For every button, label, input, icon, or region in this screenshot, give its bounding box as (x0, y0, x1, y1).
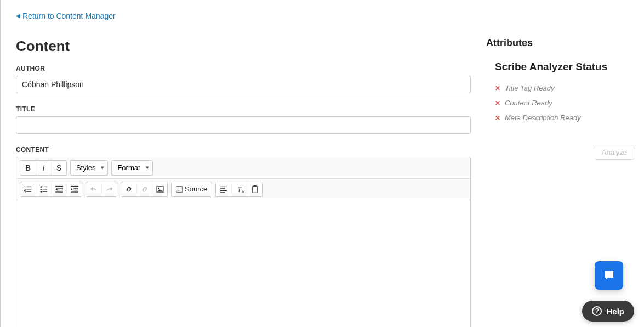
svg-rect-15 (58, 188, 63, 188)
svg-point-6 (40, 186, 42, 188)
page-title: Content (16, 38, 471, 55)
bold-button[interactable]: B (20, 161, 36, 175)
svg-marker-14 (55, 188, 58, 190)
indent-button[interactable] (66, 182, 82, 196)
redo-button[interactable] (101, 182, 117, 196)
svg-point-8 (40, 188, 42, 190)
image-button[interactable] (152, 182, 167, 196)
link-button[interactable] (121, 182, 136, 196)
svg-rect-9 (42, 189, 47, 189)
redo-icon (106, 185, 113, 193)
status-item: ✕ Content Ready (495, 99, 634, 107)
svg-rect-18 (71, 185, 78, 186)
svg-point-24 (158, 187, 159, 189)
clipboard-icon (251, 185, 259, 193)
attributes-heading: Attributes (486, 37, 634, 49)
chat-fab[interactable] (595, 261, 623, 290)
indent-icon (71, 185, 78, 193)
svg-text:3: 3 (24, 190, 26, 193)
format-select[interactable]: Format (111, 160, 152, 176)
svg-rect-30 (220, 186, 227, 187)
rich-text-editor: B I S Styles Format 123 (16, 157, 471, 328)
ordered-list-icon: 123 (24, 185, 32, 193)
status-item: ✕ Title Tag Ready (495, 84, 634, 92)
unlink-button[interactable] (136, 182, 152, 196)
outdent-icon (55, 185, 63, 193)
toolbar-row-2: 123 (16, 179, 470, 200)
svg-rect-1 (26, 186, 31, 187)
svg-rect-12 (55, 185, 63, 186)
undo-icon (90, 185, 98, 193)
help-button[interactable]: ? Help (582, 301, 634, 322)
back-triangle-icon: ◀ (16, 13, 20, 19)
svg-rect-28 (177, 189, 180, 189)
svg-rect-16 (58, 189, 63, 190)
title-label: TITLE (16, 105, 471, 113)
x-icon: ✕ (495, 99, 500, 107)
svg-rect-21 (73, 189, 78, 190)
strikethrough-button[interactable]: S (51, 161, 66, 175)
svg-rect-3 (26, 189, 31, 189)
svg-marker-25 (157, 189, 163, 191)
ordered-list-button[interactable]: 123 (20, 182, 36, 196)
svg-point-10 (40, 191, 42, 193)
chat-icon (602, 269, 615, 282)
image-icon (156, 185, 164, 193)
unordered-list-button[interactable] (36, 182, 51, 196)
x-icon: ✕ (495, 84, 500, 92)
svg-rect-29 (177, 190, 180, 190)
author-label: AUTHOR (16, 65, 471, 72)
toolbar-row-1: B I S Styles Format (16, 157, 470, 179)
unordered-list-icon (40, 185, 48, 193)
link-icon (125, 185, 133, 193)
svg-rect-33 (220, 192, 225, 193)
analyze-button[interactable]: Analyze (595, 145, 634, 160)
return-link-label: Return to Content Manager (22, 12, 116, 20)
svg-rect-32 (220, 190, 227, 190)
source-button[interactable]: Source (172, 182, 212, 196)
styles-select[interactable]: Styles (70, 160, 108, 176)
outdent-button[interactable] (51, 182, 66, 196)
italic-button[interactable]: I (36, 161, 51, 175)
svg-rect-22 (71, 191, 78, 192)
align-button[interactable] (216, 182, 231, 196)
paste-button[interactable] (247, 182, 262, 196)
align-icon (220, 185, 227, 193)
svg-rect-5 (26, 191, 31, 191)
return-link[interactable]: ◀ Return to Content Manager (16, 12, 116, 20)
remove-format-button[interactable]: T× (231, 182, 247, 196)
source-icon (176, 186, 183, 193)
analyzer-heading: Scribe Analyzer Status (495, 61, 634, 73)
title-input[interactable] (16, 116, 471, 134)
svg-rect-34 (252, 186, 257, 192)
svg-marker-19 (71, 188, 73, 190)
svg-rect-7 (42, 186, 47, 187)
status-item: ✕ Meta Description Ready (495, 114, 634, 122)
svg-rect-35 (253, 185, 256, 187)
svg-rect-20 (73, 188, 78, 188)
help-icon: ? (592, 306, 602, 316)
author-input[interactable] (16, 76, 471, 93)
status-list: ✕ Title Tag Ready ✕ Content Ready ✕ Meta… (495, 84, 634, 122)
svg-rect-31 (220, 188, 225, 189)
unlink-icon (141, 185, 149, 193)
x-icon: ✕ (495, 114, 500, 122)
undo-button[interactable] (86, 182, 101, 196)
editor-content-area[interactable] (16, 200, 470, 328)
svg-rect-11 (42, 191, 47, 191)
svg-rect-27 (177, 188, 179, 188)
content-label: CONTENT (16, 146, 471, 154)
svg-rect-17 (55, 191, 63, 192)
